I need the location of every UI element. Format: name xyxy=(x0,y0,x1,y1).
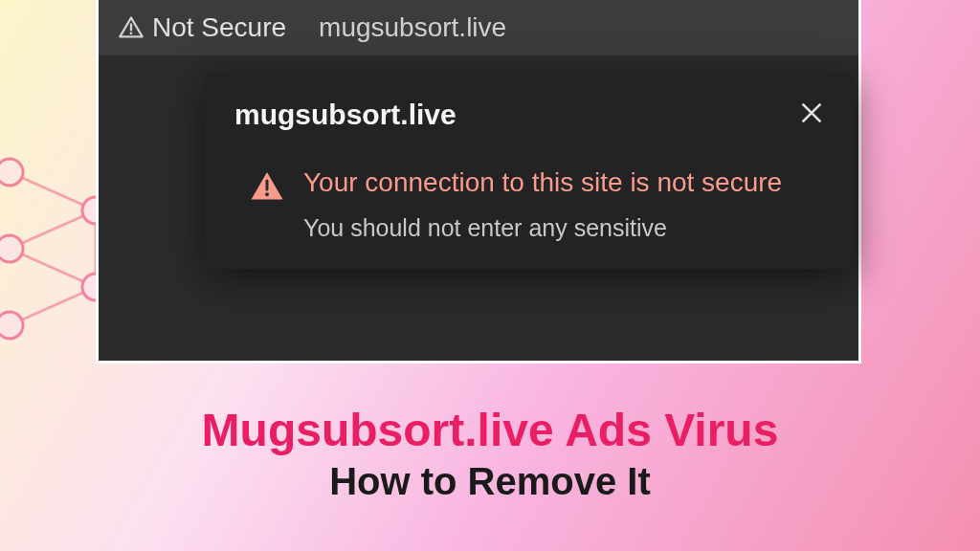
svg-point-9 xyxy=(0,312,23,339)
svg-point-14 xyxy=(130,32,133,34)
close-icon[interactable] xyxy=(799,99,824,130)
connection-warning-text: Your connection to this site is not secu… xyxy=(303,164,824,201)
warning-triangle-icon xyxy=(250,169,284,204)
svg-point-8 xyxy=(0,235,23,262)
sensitive-warning-text: You should not enter any sensitive xyxy=(303,214,824,242)
not-secure-label: Not Secure xyxy=(152,12,286,43)
browser-window: Not Secure mugsubsort.live mugsubsort.li… xyxy=(96,0,861,364)
security-popup: mugsubsort.live Your connection to this … xyxy=(204,72,855,269)
page-subtitle: How to Remove It xyxy=(0,460,980,503)
svg-point-7 xyxy=(0,159,23,186)
popup-title: mugsubsort.live xyxy=(234,99,457,131)
warning-triangle-icon xyxy=(118,14,145,41)
page-title: Mugsubsort.live Ads Virus xyxy=(0,404,980,456)
not-secure-badge[interactable]: Not Secure xyxy=(118,12,286,43)
title-section: Mugsubsort.live Ads Virus How to Remove … xyxy=(0,404,980,503)
url-text: mugsubsort.live xyxy=(319,12,506,43)
popup-messages: Your connection to this site is not secu… xyxy=(303,164,824,242)
svg-point-18 xyxy=(265,192,269,196)
popup-header: mugsubsort.live xyxy=(234,99,824,131)
popup-body: Your connection to this site is not secu… xyxy=(234,164,824,242)
url-bar[interactable]: Not Secure mugsubsort.live xyxy=(99,0,858,55)
